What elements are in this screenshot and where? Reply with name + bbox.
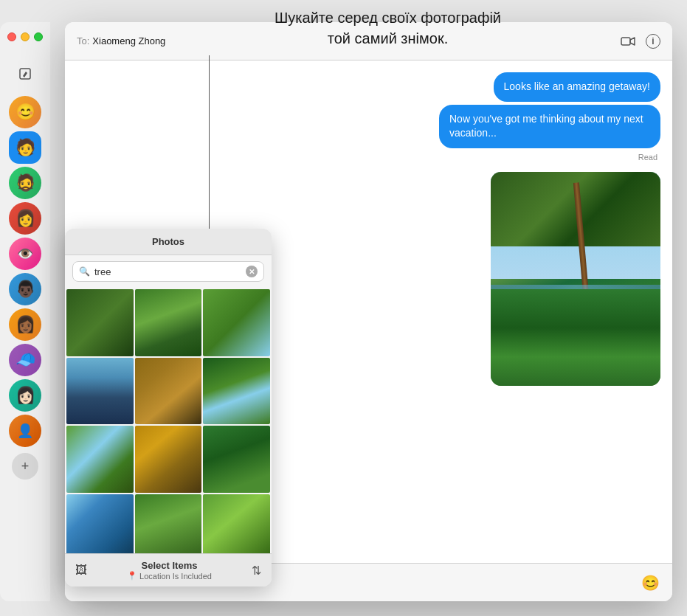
search-icon: 🔍 [79, 266, 90, 277]
photo-thumbnail-8[interactable] [135, 426, 202, 493]
title-bar: To: Xiaomeng Zhong i [65, 22, 672, 60]
photo-thumbnail-5[interactable] [135, 358, 202, 425]
compose-button[interactable] [12, 60, 38, 87]
info-button[interactable]: i [646, 34, 660, 49]
sidebar-avatar-2[interactable]: 🧑 [9, 131, 41, 164]
close-button[interactable] [7, 32, 16, 41]
sidebar-avatar-8[interactable]: 🧢 [9, 344, 41, 376]
photos-popup-header: Photos [65, 229, 272, 255]
photos-popup: Photos 🔍 ✕ 🖼 Select Items 📍 Location Is … [65, 229, 272, 586]
photos-source-icon[interactable]: 🖼 [75, 564, 87, 577]
select-items-label: Select Items [87, 560, 252, 571]
message-text-2: Now you've got me thinking about my next… [449, 113, 643, 139]
search-clear-button[interactable]: ✕ [246, 266, 258, 277]
photo-thumbnail-3[interactable] [203, 289, 270, 356]
sidebar-avatar-6[interactable]: 👨🏿 [9, 273, 41, 305]
sidebar-avatar-10[interactable]: 👤 [9, 415, 41, 447]
photo-thumbnail-1[interactable] [66, 289, 134, 356]
sidebar-avatar-7[interactable]: 👩🏾 [9, 308, 41, 341]
photo-thumbnail-4[interactable] [66, 358, 134, 425]
video-call-button[interactable] [621, 34, 635, 49]
video-icon [621, 36, 635, 46]
sidebar-avatar-3[interactable]: 🧔 [9, 167, 41, 199]
footer-center: Select Items 📍 Location Is Included [87, 560, 252, 581]
photo-thumbnail-9[interactable] [203, 426, 270, 493]
sort-icon[interactable]: ⇅ [252, 564, 261, 578]
sidebar-avatar-9[interactable]: 👩🏻 [9, 379, 41, 412]
shared-photo[interactable] [491, 172, 660, 386]
title-bar-left: To: Xiaomeng Zhong [77, 35, 621, 46]
tropical-photo [491, 172, 660, 386]
message-text-1: Looks like an amazing getaway! [504, 80, 650, 92]
photo-thumbnail-6[interactable] [203, 358, 270, 425]
photo-thumbnail-7[interactable] [66, 426, 134, 493]
compose-icon [18, 67, 32, 80]
recipient-name: Xiaomeng Zhong [92, 35, 165, 46]
photo-thumbnail-2[interactable] [135, 289, 202, 356]
maximize-button[interactable] [34, 32, 43, 41]
new-conversation-button[interactable]: + [12, 453, 38, 480]
minimize-button[interactable] [21, 32, 30, 41]
photos-popup-title: Photos [152, 236, 184, 247]
sidebar-avatar-1[interactable]: 😊 [9, 96, 41, 128]
sidebar-avatar-4[interactable]: 👩 [9, 202, 41, 235]
photo-thumbnail-12[interactable] [203, 494, 270, 553]
photo-thumbnail-10[interactable] [66, 494, 134, 553]
emoji-button[interactable]: 😊 [640, 572, 660, 593]
title-bar-right: i [621, 34, 660, 49]
photos-popup-footer: 🖼 Select Items 📍 Location Is Included ⇅ [65, 553, 272, 586]
photos-search-input[interactable] [94, 266, 241, 277]
message-bubble-1: Looks like an amazing getaway! [494, 72, 660, 102]
traffic-lights [7, 32, 43, 41]
photo-thumbnail-11[interactable] [135, 494, 202, 553]
location-label: 📍 Location Is Included [87, 571, 252, 581]
photos-search-bar: 🔍 ✕ [65, 255, 272, 288]
read-receipt: Read [638, 153, 657, 162]
search-input-wrapper: 🔍 ✕ [72, 261, 264, 282]
sidebar-avatar-5[interactable]: 👁️ [9, 238, 41, 270]
photos-grid [65, 288, 272, 553]
left-sidebar: 😊 🧑 🧔 👩 👁️ 👨🏿 👩🏾 🧢 👩🏻 👤 + [0, 22, 50, 601]
message-bubble-2: Now you've got me thinking about my next… [439, 105, 660, 148]
svg-rect-1 [621, 38, 630, 45]
to-label: To: [77, 35, 89, 46]
location-text: Location Is Included [139, 572, 212, 581]
